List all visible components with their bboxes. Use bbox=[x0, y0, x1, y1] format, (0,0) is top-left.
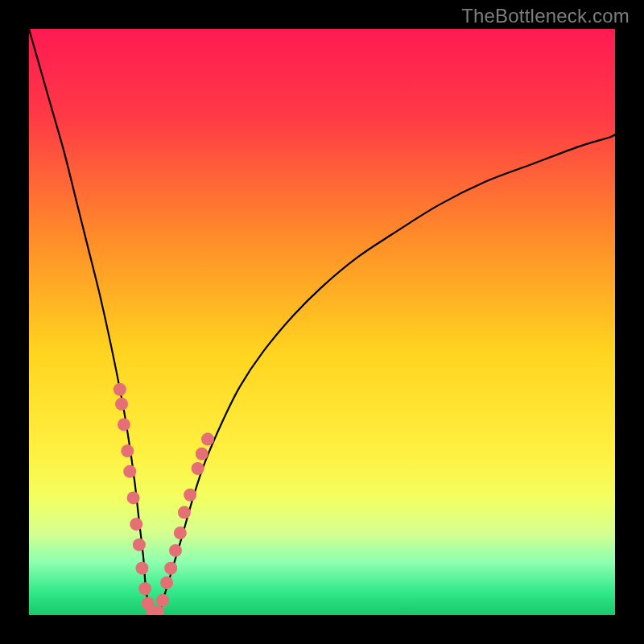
curve-marker bbox=[184, 489, 196, 502]
curve-marker bbox=[115, 398, 128, 411]
curve-marker bbox=[133, 539, 146, 551]
curve-marker bbox=[130, 518, 142, 530]
bottleneck-curve bbox=[29, 29, 615, 615]
curve-marker bbox=[174, 526, 187, 539]
curve-marker bbox=[201, 433, 214, 446]
curve-marker bbox=[192, 462, 204, 475]
curve-marker bbox=[121, 444, 134, 457]
curve-marker bbox=[123, 465, 136, 478]
watermark-text: TheBottleneck.com bbox=[461, 5, 630, 27]
curve-marker bbox=[196, 448, 208, 460]
chart-svg bbox=[29, 29, 615, 615]
curve-marker bbox=[169, 544, 182, 557]
curve-marker bbox=[178, 506, 191, 519]
curve-marker bbox=[164, 562, 177, 575]
curve-marker bbox=[136, 562, 149, 575]
frame: TheBottleneck.com bbox=[0, 0, 644, 644]
curve-markers bbox=[114, 383, 214, 615]
curve-marker bbox=[127, 491, 140, 504]
curve-marker bbox=[160, 576, 173, 589]
curve-marker bbox=[118, 418, 130, 431]
curve-marker bbox=[138, 582, 151, 595]
curve-marker bbox=[156, 594, 169, 607]
plot-area bbox=[29, 29, 615, 615]
curve-marker bbox=[114, 383, 126, 396]
